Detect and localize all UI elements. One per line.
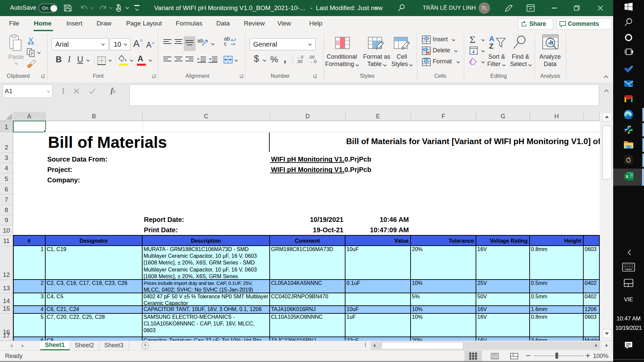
svg-text:X: X [626, 174, 629, 179]
